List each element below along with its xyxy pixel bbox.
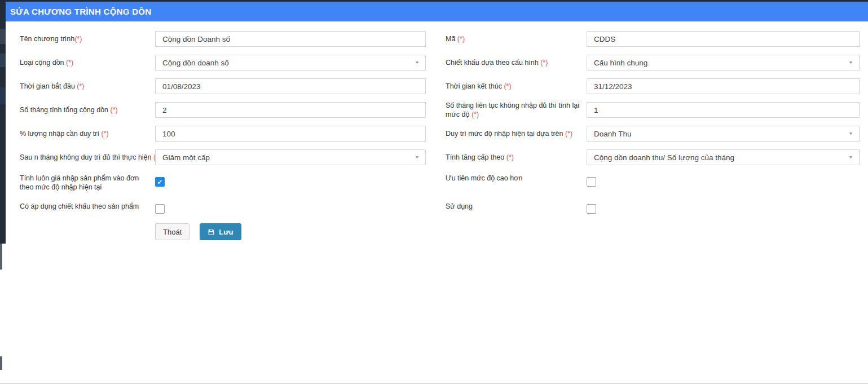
code-input[interactable]: [587, 31, 860, 47]
include-purchase-price-checkbox[interactable]: ✓: [155, 177, 165, 187]
maintain-basis-select[interactable]: Doanh Thu ▼: [587, 126, 860, 142]
chevron-down-icon: ▼: [848, 60, 853, 65]
apply-product-discount-checkbox[interactable]: ✓: [155, 204, 165, 214]
reset-months-label: Số tháng liên tục không nhập đủ thì tính…: [426, 101, 587, 120]
background-page-edge: [0, 356, 2, 370]
background-page-edge: [0, 244, 2, 270]
reset-months-input[interactable]: [587, 102, 860, 118]
level-up-basis-label: Tính tăng cấp theo (*): [426, 153, 587, 162]
form-row: % lượng nhập cần duy trì (*) Duy trì mức…: [20, 122, 868, 145]
background-sidebar-edge: [0, 0, 6, 244]
end-date-input[interactable]: [587, 78, 860, 94]
form-row: Thời gian bắt đầu (*) Thời gian kết thúc…: [20, 74, 868, 98]
priority-higher-level-label: Ưu tiên mức độ cao hơn: [426, 174, 587, 183]
maintain-percent-label: % lượng nhập cần duy trì (*): [20, 129, 155, 138]
include-purchase-price-label: Tính luôn giá nhập sản phẩm vào đơn theo…: [20, 174, 155, 192]
chevron-down-icon: ▼: [415, 60, 420, 65]
priority-higher-level-checkbox[interactable]: ✓: [587, 177, 596, 187]
end-date-label: Thời gian kết thúc (*): [426, 82, 587, 91]
discount-config-select[interactable]: Cấu hình chung ▼: [587, 55, 860, 70]
accumulation-type-select[interactable]: Cộng dồn doanh số ▼: [155, 55, 426, 70]
maintain-basis-label: Duy trì mức độ nhập hiện tại dựa trên (*…: [426, 129, 587, 138]
total-months-input[interactable]: [155, 102, 426, 118]
maintain-percent-input[interactable]: [155, 126, 426, 142]
form-row: Có áp dụng chiết khấu theo sản phẩm ✓ Sử…: [20, 195, 868, 220]
top-page-edge: [0, 0, 868, 2]
chevron-down-icon: ▼: [848, 155, 853, 160]
modal-header: SỬA CHƯƠNG TRÌNH CỘNG DỒN: [6, 2, 868, 21]
chevron-down-icon: ▼: [848, 131, 853, 136]
page-title: SỬA CHƯƠNG TRÌNH CỘNG DỒN: [10, 7, 151, 16]
save-icon: [208, 228, 215, 236]
in-use-checkbox[interactable]: ✓: [587, 204, 596, 214]
form-row: Sau n tháng không duy trì đủ thì thực hi…: [20, 145, 868, 169]
total-months-label: Số tháng tính tổng cộng dồn (*): [20, 105, 155, 114]
form-row: Số tháng tính tổng cộng dồn (*) Số tháng…: [20, 98, 868, 122]
program-name-input[interactable]: [155, 31, 426, 47]
check-icon: ✓: [156, 178, 164, 187]
form-body: Tên chương trình(*) Mã (*) Loại cộng dồn…: [6, 21, 868, 240]
after-n-months-action-label: Sau n tháng không duy trì đủ thì thực hi…: [20, 153, 155, 162]
discount-config-label: Chiết khấu dựa theo cấu hình (*): [426, 58, 587, 67]
form-actions: Thoát Lưu: [155, 223, 868, 240]
program-name-label: Tên chương trình(*): [20, 34, 155, 43]
form-row: Tên chương trình(*) Mã (*): [20, 27, 868, 51]
accumulation-type-label: Loại cộng dồn (*): [20, 58, 155, 67]
edit-accumulation-program-page: SỬA CHƯƠNG TRÌNH CỘNG DỒN Tên chương trì…: [0, 0, 868, 384]
form-row: Tính luôn giá nhập sản phẩm vào đơn theo…: [20, 169, 868, 195]
form-row: Loại cộng dồn (*) Cộng dồn doanh số ▼ Ch…: [20, 51, 868, 74]
start-date-input[interactable]: [155, 78, 426, 94]
start-date-label: Thời gian bắt đầu (*): [20, 82, 155, 91]
exit-button[interactable]: Thoát: [155, 223, 190, 240]
save-button[interactable]: Lưu: [200, 223, 241, 240]
chevron-down-icon: ▼: [415, 155, 420, 160]
after-n-months-action-select[interactable]: Giảm một cấp ▼: [155, 149, 426, 165]
apply-product-discount-label: Có áp dụng chiết khấu theo sản phẩm: [20, 202, 155, 211]
in-use-label: Sử dụng: [426, 202, 587, 211]
level-up-basis-select[interactable]: Cộng dồn doanh thu/ Số lượng của tháng ▼: [587, 149, 860, 165]
code-label: Mã (*): [426, 34, 587, 43]
